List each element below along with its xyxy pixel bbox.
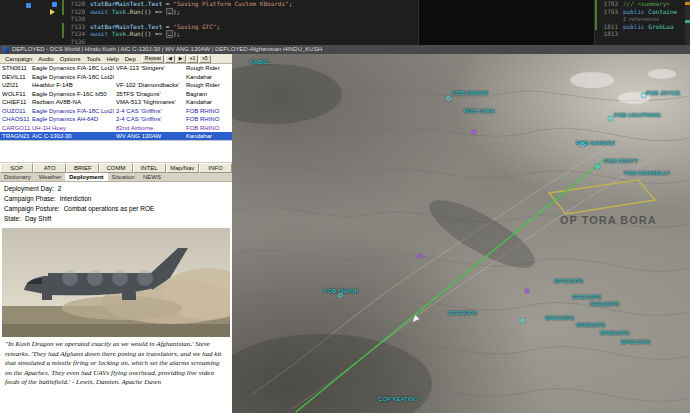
editor-glyph-margin[interactable]	[0, 0, 62, 45]
code-token: ;	[216, 23, 220, 30]
map-marker-circle-icon[interactable]	[641, 93, 646, 98]
time-control-button-3[interactable]: x5	[199, 55, 210, 63]
code-pane-left[interactable]: 7128statBarMainText.Text = "Saving Platf…	[62, 0, 418, 45]
code-token: public	[623, 8, 648, 15]
deployment-field-label: Campaign Posture:	[4, 205, 60, 212]
left-panel: CampaignAudioOptionsToolsHelpDep Repeat◀…	[0, 54, 232, 413]
map-label-fob-tora[interactable]: FOB TORA	[464, 108, 494, 114]
flight-cell-aircraft: Eagle Dynamics F/A-18C Lot20	[30, 73, 114, 82]
flight-row-tragn21[interactable]: TRAGN21AIC C-130J-30WV ANG 130AWKandahar	[0, 132, 232, 141]
map-marker-circle-icon[interactable]	[595, 164, 600, 169]
flight-row-uzi21[interactable]: UZI21Heatblur F-14BVF-102 'Diamondbacks'…	[0, 81, 232, 90]
map-marker-circle-icon[interactable]	[608, 116, 613, 121]
time-control-button-1[interactable]: ▶	[176, 55, 186, 63]
code-text: await Task.Run(() => …);	[90, 30, 180, 38]
repeat-button[interactable]: Repeat	[142, 55, 164, 63]
code-line: 2 references	[595, 15, 685, 23]
tab-intel[interactable]: INTEL	[133, 163, 166, 173]
subtab-weather[interactable]: Weather	[35, 173, 66, 181]
map-label-cop-keating[interactable]: COP KEATING	[378, 396, 418, 402]
flight-row-cargo11[interactable]: CARGO11UH-1H Huey82nd AirborneFOB RHINO	[0, 124, 232, 133]
map-label-specops[interactable]: SPECOPS	[448, 310, 477, 316]
code-line: 7134await Task.Run(() => …);	[62, 30, 418, 38]
code-line: 1811public GrokLua	[595, 23, 685, 31]
code-editor-strip: 7128statBarMainText.Text = "Saving Platf…	[0, 0, 690, 45]
map-label-specops[interactable]: SPECOPS	[545, 315, 574, 321]
flight-row-chaos11[interactable]: CHAOS11Eagle Dynamics AH-64D2-4 CAS 'Gri…	[0, 115, 232, 124]
campaign-manager-window: DEPLOYED - DCS World | Hindu Kush | AIC …	[0, 45, 690, 413]
map-marker-plane-icon[interactable]	[410, 315, 419, 324]
menu-tools[interactable]: Tools	[83, 56, 103, 62]
code-token: statBarMainText	[90, 0, 144, 7]
menu-options[interactable]: Options	[57, 56, 84, 62]
deployment-field-value: Day Shift	[25, 215, 51, 222]
map-marker-square-icon[interactable]	[525, 289, 529, 293]
flight-row-devil11[interactable]: DEVIL11Eagle Dynamics F/A-18C Lot20Kanda…	[0, 73, 232, 82]
tab-comm[interactable]: COMM	[99, 163, 132, 173]
subtab-situation[interactable]: Situation	[108, 173, 139, 181]
flight-cell-aircraft: UH-1H Huey	[30, 124, 114, 133]
tab-ato[interactable]: ATO	[33, 163, 66, 173]
editor-scrollbar[interactable]	[685, 0, 690, 45]
flight-cell-callsign: OUZO11	[0, 107, 30, 116]
deployment-field: Campaign Phase:Interdiction	[4, 194, 228, 204]
map-label-fob-connelly[interactable]: FOB CONNELLY	[624, 170, 670, 176]
map-canvas[interactable]: OP TORA BORA KABULFOB SABARIFOB TORAFOB …	[232, 54, 690, 413]
map-label-fob-lightning[interactable]: FOB LIGHTNING	[614, 112, 661, 118]
flight-row-chief11[interactable]: CHIEF11Razbam AV8B-NAVMA-513 'Nightmares…	[0, 98, 232, 107]
subtab-news[interactable]: NEWS	[139, 173, 165, 181]
map-marker-circle-icon[interactable]	[446, 96, 451, 101]
tab-brief[interactable]: BRIEF	[66, 163, 99, 173]
menu-campaign[interactable]: Campaign	[2, 56, 35, 62]
time-control-button-2[interactable]: +1	[187, 55, 199, 63]
subtab-dictionary[interactable]: Dictionary	[0, 173, 35, 181]
code-token: await	[90, 30, 108, 37]
code-token: (() =>	[141, 30, 166, 37]
deployment-field-value: Interdiction	[60, 195, 92, 202]
deployment-field-value: 2	[58, 185, 62, 192]
code-token: statBarMainText	[90, 23, 144, 30]
menu-audio[interactable]: Audio	[35, 56, 56, 62]
tab-sop[interactable]: SOP	[0, 163, 33, 173]
map-label-specops[interactable]: SPECOPS	[621, 339, 650, 345]
flight-cell-squadron	[114, 73, 184, 82]
flight-row-ouzo11[interactable]: OUZO11Eagle Dynamics F/A-18C Lot202-4 CA…	[0, 107, 232, 116]
map-marker-circle-icon[interactable]	[338, 293, 343, 298]
map-marker-circle-icon[interactable]	[580, 142, 585, 147]
flight-cell-squadron: 35TFS 'Dragons'	[114, 90, 184, 99]
tab-map-nav[interactable]: Map/Nav	[166, 163, 199, 173]
flight-cell-base: Bagram	[184, 90, 230, 99]
flight-cell-base: Rough Rider	[184, 81, 230, 90]
map-label-specops[interactable]: SPECOPS	[572, 294, 601, 300]
subtab-deployment[interactable]: Deployment	[65, 173, 107, 181]
tab-info[interactable]: INFO	[199, 163, 232, 173]
code-text: statBarMainText.Text = "Saving Platform …	[90, 0, 292, 8]
code-token: GrokLua	[648, 23, 673, 30]
menu-dep[interactable]: Dep	[122, 56, 139, 62]
map-marker-circle-icon[interactable]	[520, 318, 525, 323]
map-label-specops[interactable]: SPECOPS	[554, 278, 583, 284]
deployment-field: Deployment Day:2	[4, 184, 228, 194]
operation-label: OP TORA BORA	[560, 214, 657, 226]
map-label-specops[interactable]: SPECOPS	[600, 330, 629, 336]
flight-row-wolf11[interactable]: WOLF11Eagle Dynamics F-16C bl5035TFS 'Dr…	[0, 90, 232, 99]
code-line: 7130	[62, 15, 418, 23]
map-marker-square-icon[interactable]	[472, 130, 476, 134]
map-label-specops[interactable]: SPECOPS	[576, 322, 605, 328]
time-control-button-0[interactable]: ◀	[165, 55, 175, 63]
flight-cell-aircraft: Razbam AV8B-NA	[30, 98, 114, 107]
scrollbar-mark	[685, 2, 690, 5]
map-label-fob-fenty[interactable]: FOB FENTY	[604, 158, 638, 164]
map-label-fob-sabari[interactable]: FOB SABARI	[452, 90, 488, 96]
code-line: 7128statBarMainText.Text = "Saving Platf…	[62, 0, 418, 8]
map-label-fob-joyce[interactable]: FOB JOYCE	[646, 90, 680, 96]
map-marker-square-icon[interactable]	[418, 254, 422, 258]
map-label-specops[interactable]: SPECOPS	[590, 301, 619, 307]
map-label-kabul[interactable]: KABUL	[250, 59, 270, 65]
code-token: .Text	[144, 23, 162, 30]
line-number: 7129	[64, 8, 90, 16]
code-pane-right[interactable]: 1783/// <summary>1793public Containe2 re…	[595, 0, 685, 45]
menu-help[interactable]: Help	[103, 56, 121, 62]
flight-row-stn0611[interactable]: STN0611Eagle Dynamics F/A-18C Lot20VFA-1…	[0, 64, 232, 73]
quote-text: "In Kush Dragon we operated exactly as w…	[0, 337, 232, 413]
